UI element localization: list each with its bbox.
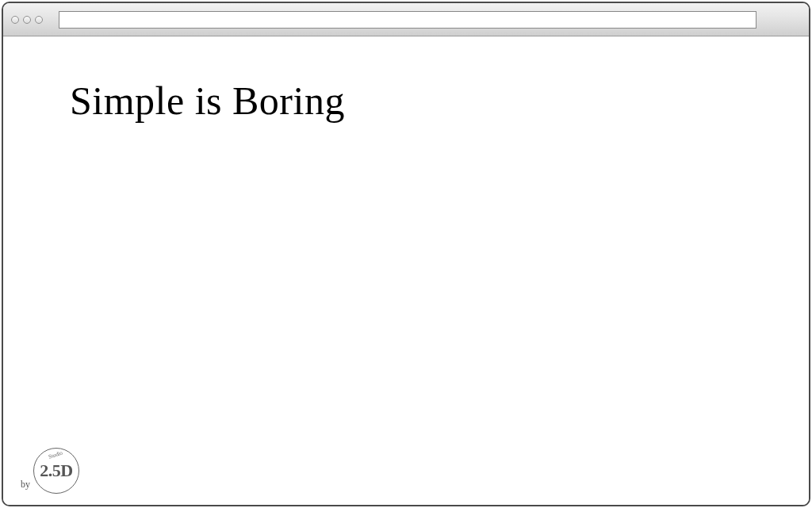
address-bar[interactable] xyxy=(59,11,756,29)
page-content: Simple is Boring by Studio 2.5D xyxy=(3,36,809,505)
maximize-window-icon[interactable] xyxy=(35,16,43,24)
browser-window: Simple is Boring by Studio 2.5D xyxy=(2,2,810,506)
close-window-icon[interactable] xyxy=(11,16,19,24)
studio-logo: Studio 2.5D xyxy=(33,448,79,494)
window-controls xyxy=(11,16,43,24)
credit-block: by Studio 2.5D xyxy=(21,448,79,494)
minimize-window-icon[interactable] xyxy=(23,16,31,24)
browser-titlebar xyxy=(3,3,809,36)
page-headline: Simple is Boring xyxy=(70,78,742,124)
credit-by-label: by xyxy=(21,479,30,491)
logo-subtext: Studio xyxy=(48,449,63,460)
logo-main-text: 2.5D xyxy=(40,460,72,481)
